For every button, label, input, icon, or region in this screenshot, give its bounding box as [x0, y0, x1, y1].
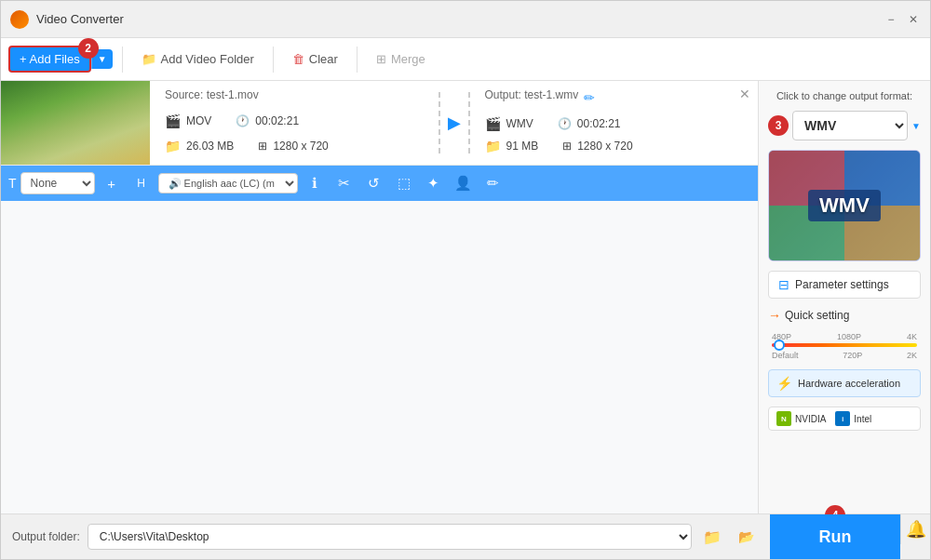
subtitle-select[interactable]: None [20, 172, 95, 194]
clear-button[interactable]: 🗑 Clear [283, 47, 347, 71]
output-size: 91 MB [506, 140, 539, 153]
output-size-row: 📁 91 MB ⊞ 1280 x 720 [485, 139, 744, 153]
label-1080p: 1080P [837, 332, 861, 341]
intel-label: Intel [854, 414, 871, 424]
close-file-button[interactable]: ✕ [735, 85, 754, 103]
crop-button[interactable]: ⬚ [391, 170, 417, 196]
parameter-settings-button[interactable]: ⊟ Parameter settings [768, 271, 921, 299]
effect-button[interactable]: ✦ [421, 170, 447, 196]
output-res-icon: ⊞ [562, 140, 572, 153]
merge-icon: ⊞ [376, 52, 386, 66]
hw-accel-icon: ⚡ [776, 376, 792, 391]
nvidia-label: NVIDIA [795, 414, 826, 424]
label-2k: 2K [907, 351, 917, 360]
param-settings-label: Parameter settings [795, 278, 889, 291]
arrow-container: ▶ [440, 88, 468, 157]
merge-button[interactable]: ⊞ Merge [367, 47, 435, 71]
subtitle-settings-button[interactable]: H [128, 170, 155, 196]
alarm-button[interactable]: 🔔 [900, 514, 930, 544]
bottom-bar: Output folder: C:\Users\Vita\Desktop 📁 📂… [1, 513, 930, 559]
source-info: Source: test-1.mov 🎬 MOV 🕐 00:02:21 📁 26… [150, 88, 439, 157]
app-title: Video Converter [36, 12, 884, 26]
open-output-folder-button[interactable]: 📂 [733, 524, 759, 550]
minimize-button[interactable]: − [884, 12, 898, 27]
output-label: Output: test-1.wmv [485, 88, 579, 101]
add-video-folder-button[interactable]: 📁 Add Video Folder [132, 47, 263, 71]
format-change-label: Click to change output format: [768, 90, 921, 101]
source-format: MOV [186, 114, 211, 127]
nvidia-logo: N [776, 411, 791, 426]
run-button-container: 4 Run [770, 514, 900, 559]
folder-icon: 📁 [142, 52, 156, 66]
title-bar: Video Converter − ✕ [1, 1, 930, 38]
wmv-badge: WMV [808, 190, 881, 221]
format-icon: 🎬 [165, 113, 181, 128]
wmv-label-overlay: WMV [769, 151, 920, 260]
subtitle-edit-button[interactable]: ✏ [480, 170, 506, 196]
file-thumbnail [1, 81, 150, 165]
format-selector: 3 WMV ▼ [768, 111, 921, 140]
rotate-button[interactable]: ↺ [361, 170, 387, 196]
wmv-format-text: WMV [819, 193, 870, 217]
content-area [1, 201, 758, 513]
label-720p: 720P [843, 351, 862, 360]
folder-icon-src: 📁 [165, 139, 181, 153]
edit-output-icon[interactable]: ✏ [584, 90, 595, 105]
clear-icon: 🗑 [292, 52, 304, 66]
res-icon: ⊞ [258, 140, 267, 153]
output-path-select[interactable]: C:\Users\Vita\Desktop [88, 524, 692, 550]
format-dropdown-icon: ▼ [911, 121, 921, 131]
subtitle-icon: T [8, 176, 17, 191]
close-button[interactable]: ✕ [906, 12, 921, 27]
quality-thumb[interactable] [774, 340, 785, 351]
add-video-folder-label: Add Video Folder [161, 52, 254, 66]
run-button[interactable]: Run [770, 514, 900, 559]
source-size: 26.03 MB [186, 140, 234, 153]
quick-setting-arrow-icon: → [768, 308, 781, 323]
clear-label: Clear [309, 52, 338, 66]
source-duration: 00:02:21 [255, 114, 299, 127]
hw-accel-label: Hardware acceleration [798, 378, 900, 389]
output-format-row: 🎬 WMV 🕐 00:02:21 [485, 116, 744, 131]
quality-track[interactable] [772, 343, 917, 347]
quick-setting-text: Quick setting [785, 309, 849, 322]
source-resolution: 1280 x 720 [273, 140, 328, 153]
hardware-acceleration-button[interactable]: ⚡ Hardware acceleration [768, 369, 921, 397]
gpu-options-row: N NVIDIA i Intel [768, 407, 921, 431]
audio-track-select[interactable]: 🔊 English aac (LC) (m [158, 173, 298, 193]
add-subtitle-button[interactable]: + [99, 170, 125, 196]
file-row: Source: test-1.mov 🎬 MOV 🕐 00:02:21 📁 26… [1, 81, 758, 166]
output-folder-section: Output folder: C:\Users\Vita\Desktop 📁 📂 [1, 514, 770, 559]
output-format-icon: 🎬 [485, 116, 501, 131]
source-label: Source: test-1.mov [165, 88, 424, 101]
output-folder-icon: 📁 [485, 139, 501, 153]
left-panel: Source: test-1.mov 🎬 MOV 🕐 00:02:21 📁 26… [1, 81, 758, 513]
main-window: Video Converter − ✕ + Add Files 2 ▼ 📁 Ad… [0, 0, 931, 560]
param-settings-icon: ⊟ [778, 277, 789, 292]
output-format-select[interactable]: WMV [792, 111, 908, 140]
add-files-button[interactable]: + Add Files 2 [8, 46, 91, 73]
watermark-button[interactable]: 👤 [451, 170, 477, 196]
toolbar-separator-3 [357, 47, 358, 73]
step2-badge: 2 [78, 38, 99, 59]
label-4k: 4K [907, 332, 917, 341]
browse-folder-button[interactable]: 📁 [699, 524, 725, 550]
output-resolution: 1280 x 720 [577, 140, 632, 153]
add-files-label: + Add Files [20, 52, 80, 66]
run-label: Run [819, 527, 852, 547]
output-info: Output: test-1.wmv ✏ 🎬 WMV 🕐 00:02:21 📁 … [470, 88, 759, 157]
toolbar-separator-2 [273, 47, 274, 73]
info-button[interactable]: ℹ [302, 170, 328, 196]
wmv-format-preview: WMV [768, 150, 921, 261]
merge-label: Merge [391, 52, 425, 66]
toolbar-separator-1 [122, 47, 123, 73]
label-default: Default [772, 351, 799, 360]
quality-slider-container: 480P 1080P 4K Default 720P 2K [768, 332, 921, 360]
intel-logo: i [835, 411, 850, 426]
file-info-container: Source: test-1.mov 🎬 MOV 🕐 00:02:21 📁 26… [150, 81, 758, 165]
output-label-row: Output: test-1.wmv ✏ [485, 88, 744, 107]
main-toolbar: + Add Files 2 ▼ 📁 Add Video Folder 🗑 Cle… [1, 38, 930, 81]
cut-button[interactable]: ✂ [331, 170, 358, 196]
thumbnail-gradient [1, 81, 150, 165]
arrow-icon: ▶ [448, 113, 461, 133]
